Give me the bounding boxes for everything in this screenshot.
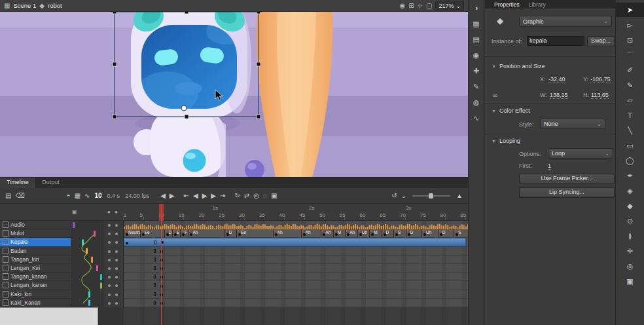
delete-layer-icon[interactable]: ⌫ — [15, 192, 24, 199]
fit-timeline-icon[interactable]: ▲ — [456, 192, 463, 199]
go-last-frame-icon[interactable]: ⇥ — [220, 192, 225, 199]
mouth-keyframe[interactable]: M — [333, 229, 346, 237]
h-value[interactable]: 113,65 — [591, 92, 609, 99]
layer-row-tangan_kanan[interactable]: Tangan_kanan — [0, 273, 71, 281]
visibility-dot[interactable] — [108, 302, 111, 305]
mouth-keyframe[interactable]: Ah — [345, 229, 357, 237]
mouth-keyframe[interactable]: Ee — [236, 229, 273, 237]
frame-row-kaki_kanan[interactable] — [124, 299, 468, 307]
frame-row-kaki_kiri[interactable] — [124, 290, 468, 299]
selection-tool[interactable]: ➤ — [616, 3, 644, 17]
guides-icon[interactable]: ⊞ — [408, 1, 414, 11]
camera-tool[interactable]: ▣ — [616, 274, 644, 288]
frame-view-icon[interactable]: ▦ — [75, 192, 80, 199]
lock-dot[interactable] — [115, 294, 118, 296]
mouth-keyframe[interactable]: Ah — [321, 229, 333, 237]
layer-row-lengan_kanan[interactable]: Lengan_kanan — [0, 281, 71, 290]
text-tool[interactable]: T — [616, 108, 644, 123]
frame-row-tangan_kiri[interactable] — [124, 256, 468, 264]
visibility-dot[interactable] — [108, 284, 111, 287]
next-frame-icon[interactable]: ▶ — [211, 192, 216, 199]
layer-row-kepala[interactable]: Kepala — [0, 238, 71, 246]
pencil-tool[interactable]: ✎ — [616, 78, 644, 92]
tab-properties[interactable]: Properties — [494, 1, 520, 8]
layer-row-tangan_kiri[interactable]: Tangan_kiri — [0, 256, 71, 264]
brush-tool[interactable]: ✐ — [616, 63, 644, 77]
stage-canvas[interactable] — [0, 12, 468, 177]
current-frame-counter[interactable]: 10 — [94, 192, 101, 199]
eyedropper-tool[interactable]: ⊙ — [616, 214, 644, 228]
style-dropdown[interactable]: None ⌄ — [540, 119, 605, 129]
section-color-effect[interactable]: ▼Color Effect — [492, 107, 530, 114]
lock-dot[interactable] — [115, 241, 118, 244]
tab-library[interactable]: Library — [529, 1, 546, 8]
step-forward-icon[interactable]: ▶ — [170, 192, 175, 199]
play-icon[interactable]: ▶ — [202, 192, 207, 199]
section-position-size[interactable]: ▼Position and Size — [492, 63, 545, 69]
frame-row-mulut[interactable]: NeutralEeDEFAhDEeAhAhAhMAhUhMDSDUhDS — [124, 229, 468, 238]
layer-row-audio[interactable]: Audio — [0, 221, 71, 229]
line-tool[interactable]: ╲ — [616, 123, 644, 138]
info-panel-icon[interactable]: ◉ — [469, 51, 484, 60]
frame-rate[interactable]: 24.00 fps — [125, 193, 149, 199]
step-back-icon[interactable]: ◀ — [160, 192, 166, 199]
visibility-dot[interactable] — [108, 250, 111, 253]
mouth-keyframe[interactable]: S — [393, 229, 406, 237]
symbol-type-dropdown[interactable]: Graphic ⌄ — [519, 16, 612, 27]
mouth-keyframe[interactable]: D — [382, 229, 394, 237]
color-panel-icon[interactable]: ◑ — [469, 4, 484, 12]
lock-dot[interactable] — [115, 267, 118, 270]
layer-row-badan[interactable]: Badan — [0, 247, 71, 256]
frame-row-badan[interactable] — [124, 247, 468, 256]
use-frame-picker-button[interactable]: Use Frame Picker... — [519, 174, 615, 184]
transform-panel-icon[interactable]: ✚ — [469, 67, 484, 75]
robot-head[interactable] — [129, 12, 251, 118]
more-options-icon[interactable]: ⌄ — [401, 192, 406, 199]
frame-ruler[interactable]: 1s2s3s1510152025303540455055606570758085 — [123, 204, 468, 221]
center-stage-icon[interactable]: ⊹ — [418, 1, 423, 11]
lasso-tool[interactable]: ⌒ — [616, 48, 644, 62]
subselection-tool[interactable]: ▻ — [616, 18, 644, 32]
link-dimensions-icon[interactable]: ∞ — [493, 92, 497, 99]
lock-dot[interactable] — [115, 224, 118, 227]
mouth-keyframe[interactable]: Uh — [357, 229, 370, 237]
prev-frame-icon[interactable]: ◀ — [193, 192, 198, 199]
timeline-menu-icon[interactable]: ▤ — [5, 192, 11, 199]
visibility-dot[interactable] — [108, 224, 111, 227]
mouth-keyframe[interactable]: D — [224, 229, 237, 237]
timeline-zoom-slider[interactable] — [412, 195, 450, 197]
mouth-keyframe[interactable]: Neutral — [124, 229, 141, 237]
eraser-tool[interactable]: ▱ — [616, 93, 644, 107]
mouth-keyframe[interactable]: Ah — [188, 229, 224, 237]
edit-multiple-frames-icon[interactable]: ▣ — [271, 192, 277, 199]
breadcrumb-symbol[interactable]: robot — [48, 2, 62, 9]
lock-dot[interactable] — [115, 276, 118, 278]
mouth-keyframe[interactable]: D — [406, 229, 423, 237]
visibility-dot[interactable] — [108, 267, 111, 270]
first-frame-value[interactable]: 1 — [548, 162, 551, 170]
visibility-dot[interactable] — [108, 259, 111, 261]
breadcrumb-scene[interactable]: Scene 1 — [13, 2, 36, 9]
onion-skin-marker-icon[interactable]: ◓ — [67, 192, 71, 199]
mouth-keyframe[interactable]: Uh — [421, 229, 438, 237]
layer-row-mulut[interactable]: Mulut — [0, 229, 71, 238]
width-tool[interactable]: ≬ — [616, 229, 644, 243]
layer-row-kaki_kiri[interactable]: Kaki_kiri — [0, 290, 71, 299]
go-first-frame-icon[interactable]: ⇤ — [184, 192, 189, 199]
show-hide-column-icon[interactable]: ● — [107, 209, 111, 215]
visibility-dot[interactable] — [108, 241, 111, 244]
mouth-keyframe[interactable]: D — [164, 229, 173, 237]
paint-bucket-tool[interactable]: ◈ — [616, 183, 644, 198]
lock-dot[interactable] — [115, 233, 118, 235]
playhead-marker[interactable] — [159, 204, 164, 221]
graph-panel-icon[interactable]: ∿ — [469, 114, 484, 123]
selected-frame-span[interactable] — [124, 238, 466, 246]
mouth-keyframe[interactable]: F — [180, 229, 188, 237]
onion-skin-outline-icon[interactable]: ◌ — [263, 192, 267, 199]
align-panel-icon[interactable]: ▤ — [469, 35, 484, 44]
mouth-keyframe[interactable]: E — [172, 229, 181, 237]
mouth-keyframe[interactable]: Ah — [301, 229, 322, 237]
pen-tool[interactable]: ✒ — [616, 168, 644, 183]
lock-dot[interactable] — [115, 250, 118, 253]
parent-column-icon[interactable]: ▣ — [72, 209, 77, 215]
